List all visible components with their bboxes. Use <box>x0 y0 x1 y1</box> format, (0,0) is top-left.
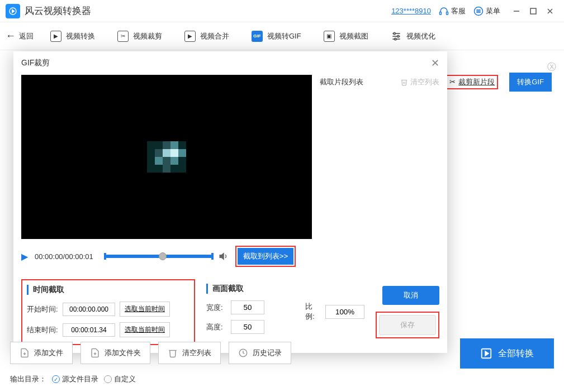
radio-source-label: 源文件目录 <box>62 374 98 384</box>
radio-source-dir[interactable]: 源文件目录 <box>52 374 98 384</box>
scissors-icon: ✂ <box>449 78 456 86</box>
sliders-icon <box>391 31 402 42</box>
clip-list-title: 截取片段列表 <box>320 77 363 87</box>
clip-to-list-button[interactable]: 截取到列表>> <box>238 248 294 265</box>
modal-close-button[interactable]: ✕ <box>431 57 439 69</box>
tab-label: 视频裁剪 <box>133 31 162 41</box>
tab-label: 视频优化 <box>406 31 435 41</box>
maximize-button[interactable] <box>525 3 542 20</box>
merge-icon: ▶ <box>184 31 196 42</box>
frame-crop-group: 画面截取 宽度: 高度: <box>206 279 294 334</box>
seek-slider[interactable] <box>106 255 212 258</box>
tab-video-screenshot[interactable]: ▣ 视频截图 <box>324 31 368 42</box>
start-time-label: 开始时间: <box>27 304 58 314</box>
select-current-start[interactable]: 选取当前时间 <box>120 302 170 317</box>
convert-all-label: 全部转换 <box>498 348 534 360</box>
clear-list-button-bottom[interactable]: 清空列表 <box>158 342 221 364</box>
history-button[interactable]: 历史记录 <box>229 342 291 364</box>
time-crop-group: 时间截取 开始时间: 选取当前时间 结束时间: 选取当前时间 <box>21 279 195 345</box>
headset-icon <box>439 6 449 16</box>
app-title: 风云视频转换器 <box>25 4 91 17</box>
svg-point-15 <box>394 32 395 34</box>
tab-video-to-gif[interactable]: GIF 视频转GIF <box>252 31 301 42</box>
support-label: 客服 <box>451 6 466 16</box>
screenshot-icon: ▣ <box>324 31 335 42</box>
add-folder-button[interactable]: 添加文件夹 <box>80 342 150 364</box>
close-button[interactable] <box>542 3 558 20</box>
back-button[interactable]: ← 返回 <box>6 30 34 42</box>
clear-list-button[interactable]: 清空列表 <box>400 77 439 87</box>
gif-icon: GIF <box>252 31 263 42</box>
video-frame-content <box>147 141 186 173</box>
tab-label: 视频截图 <box>339 31 368 41</box>
radio-custom-dir[interactable]: 自定义 <box>104 374 136 384</box>
history-label: 历史记录 <box>253 348 282 358</box>
clip-new-highlight: ✂ 裁剪新片段 <box>446 75 499 89</box>
trash-icon <box>168 348 178 358</box>
convert-gif-button[interactable]: 转换GIF <box>509 73 552 92</box>
clip-list-panel: 截取片段列表 清空列表 <box>320 75 439 267</box>
video-preview[interactable] <box>21 75 312 239</box>
tab-video-optimize[interactable]: 视频优化 <box>391 31 435 42</box>
end-time-label: 结束时间: <box>27 325 58 335</box>
width-label: 宽度: <box>206 303 226 313</box>
height-label: 高度: <box>206 322 226 332</box>
start-time-input[interactable] <box>63 303 115 316</box>
svg-marker-25 <box>485 351 489 355</box>
clip-new-link[interactable]: 裁剪新片段 <box>458 78 495 86</box>
bg-actions: ✂ 裁剪新片段 转换GIF <box>446 73 552 92</box>
menu-button[interactable]: 菜单 <box>473 6 500 16</box>
seek-handle[interactable] <box>159 252 167 260</box>
cancel-button[interactable]: 取消 <box>382 286 439 305</box>
player-controls: ▶ 00:00:00/00:00:01 截取到列表>> <box>21 246 312 267</box>
tab-video-merge[interactable]: ▶ 视频合并 <box>184 31 229 42</box>
select-current-end[interactable]: 选取当前时间 <box>120 322 170 337</box>
svg-rect-3 <box>447 12 448 15</box>
minimize-button[interactable] <box>508 3 525 20</box>
toolbar: ← 返回 ▶ 视频转换 ✂ 视频裁剪 ▶ 视频合并 GIF 视频转GIF ▣ 视… <box>0 22 564 50</box>
save-highlight: 保存 <box>376 312 439 338</box>
volume-icon[interactable] <box>219 251 229 261</box>
clear-list-label: 清空列表 <box>182 348 211 358</box>
width-input[interactable] <box>231 300 264 314</box>
tab-video-crop[interactable]: ✂ 视频裁剪 <box>117 31 162 42</box>
clock-icon <box>238 348 248 358</box>
tab-label: 视频转GIF <box>267 31 301 41</box>
radio-custom-label: 自定义 <box>114 374 136 384</box>
window-controls <box>508 3 558 20</box>
menu-icon <box>473 6 484 16</box>
radio-checked-icon <box>52 375 60 383</box>
play-circle-icon <box>480 347 492 360</box>
clear-list-label: 清空列表 <box>410 77 439 87</box>
arrow-left-icon: ← <box>6 30 16 42</box>
menu-label: 菜单 <box>486 6 500 16</box>
timecode: 00:00:00/00:00:01 <box>35 252 93 261</box>
list-item-close-icon[interactable]: ⓧ <box>547 61 556 73</box>
end-time-input[interactable] <box>63 323 115 337</box>
svg-rect-2 <box>440 12 442 15</box>
time-group-title: 时间截取 <box>27 285 185 295</box>
folder-add-icon <box>90 348 100 358</box>
radio-unchecked-icon <box>104 375 112 383</box>
add-file-label: 添加文件 <box>34 348 63 358</box>
play-button[interactable]: ▶ <box>21 251 28 262</box>
app-logo <box>6 4 20 18</box>
ratio-input[interactable] <box>325 305 364 319</box>
tab-label: 视频合并 <box>200 31 229 41</box>
frame-group-title: 画面截取 <box>206 284 294 294</box>
support-link[interactable]: 客服 <box>439 6 466 16</box>
tab-label: 视频转换 <box>66 31 95 41</box>
convert-all-button[interactable]: 全部转换 <box>460 338 554 369</box>
crop-icon: ✂ <box>117 31 129 42</box>
user-id[interactable]: 123****8910 <box>391 7 431 15</box>
height-input[interactable] <box>231 320 264 334</box>
svg-point-16 <box>397 35 399 37</box>
trash-icon <box>400 78 408 86</box>
modal-header: GIF裁剪 ✕ <box>13 51 447 75</box>
add-file-button[interactable]: 添加文件 <box>10 342 73 364</box>
ratio-group: 比例: <box>305 279 364 322</box>
output-label: 输出目录： <box>10 374 46 384</box>
tab-video-convert[interactable]: ▶ 视频转换 <box>50 31 95 42</box>
save-button: 保存 <box>379 315 436 335</box>
svg-marker-18 <box>220 254 224 260</box>
